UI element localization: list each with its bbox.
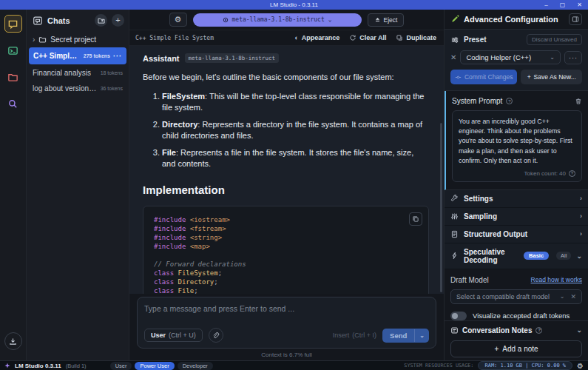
appearance-button[interactable]: ◐ Appearance <box>294 34 339 41</box>
model-selector[interactable]: meta-llama-3.1-8b-instruct ⌄ <box>193 13 362 27</box>
list-item: File: Represents a file in the file syst… <box>162 147 429 170</box>
code-line: #include <map> <box>154 242 418 251</box>
help-icon[interactable]: ? <box>506 98 513 104</box>
clear-selection-icon[interactable]: ✕ <box>570 293 576 300</box>
conversation-notes-label: Conversation Notes <box>462 326 532 334</box>
chat-item-label: C++ Simple File System <box>33 52 81 60</box>
discard-unsaved-button[interactable]: Discard Unsaved <box>527 34 582 45</box>
settings-gear-icon[interactable]: ⚙ <box>577 362 584 370</box>
code-line: class FileSystem; <box>154 269 418 278</box>
clear-all-icon <box>349 34 356 41</box>
plus-icon: + <box>527 73 531 81</box>
chat-item-label: Financial analysis <box>33 69 91 77</box>
code-line <box>154 251 418 260</box>
assistant-role-label: Assistant <box>143 54 180 63</box>
chat-message-area: Assistant meta-llama-3.1-8b-instruct Bef… <box>129 46 444 294</box>
developer-terminal-icon[interactable] <box>4 41 22 59</box>
section-speculative-decoding[interactable]: Speculative Decoding Basic All ⌄ <box>445 243 588 269</box>
chevron-down-icon: ⌄ <box>550 54 555 61</box>
code-line: #include <string> <box>154 233 418 242</box>
wrench-icon <box>450 195 459 203</box>
models-folder-icon[interactable] <box>4 68 22 86</box>
attach-file-button[interactable] <box>209 328 223 343</box>
send-button[interactable]: Send ⌄ <box>382 329 429 343</box>
section-settings[interactable]: Settings › <box>445 190 588 208</box>
chevron-down-icon[interactable]: ⌄ <box>576 326 582 334</box>
document-icon <box>450 230 459 238</box>
basic-mode-pill[interactable]: Basic <box>524 252 549 260</box>
lm-studio-window: LM Studio - 0.3.11 – ▢ ✕ <box>0 0 588 370</box>
component-list: FileSystem: This will be the top-level c… <box>162 91 429 169</box>
draft-model-label: Draft Model <box>450 276 489 284</box>
maximize-icon[interactable]: ▢ <box>560 2 566 8</box>
help-icon[interactable]: ? <box>535 327 542 334</box>
role-user-button[interactable]: User(Ctrl + U) <box>144 329 203 342</box>
mode-developer-button[interactable]: Developer <box>178 362 213 370</box>
new-chat-button[interactable]: + <box>112 14 124 27</box>
system-prompt-editor[interactable]: You are an incredibly good C++ engineer.… <box>452 110 582 182</box>
resources-usage-value[interactable]: RAM: 1.10 GB | CPU: 0.00 % <box>478 361 572 370</box>
config-panel-title: Advanced Configuration <box>464 15 558 24</box>
system-prompt-text: You are an incredibly good C++ engineer.… <box>459 117 575 166</box>
new-folder-button[interactable] <box>95 14 107 27</box>
preset-knobs-icon <box>450 36 459 44</box>
message-paragraph: Before we begin, let's outline the basic… <box>143 72 429 84</box>
eject-model-button[interactable]: Eject <box>368 13 405 27</box>
save-as-new-button[interactable]: + Save As New... <box>521 70 582 84</box>
send-options-chevron-icon[interactable]: ⌄ <box>414 329 429 342</box>
mode-user-button[interactable]: User <box>110 362 132 370</box>
titlebar: LM Studio - 0.3.11 – ▢ ✕ <box>0 0 588 10</box>
chevron-down-icon: ⌄ <box>560 293 565 300</box>
appearance-icon: ◐ <box>294 34 298 41</box>
code-line: #include <iostream> <box>154 215 418 224</box>
chats-panel-icon <box>33 16 43 26</box>
system-prompt-label: System Prompt <box>452 97 502 105</box>
read-how-it-works-link[interactable]: Read how it works <box>531 276 582 283</box>
status-bar: LM Studio 0.3.11 (Build 1) User Power Us… <box>0 360 588 370</box>
folder-secret-project[interactable]: › Secret project <box>27 33 129 47</box>
search-icon[interactable] <box>4 95 22 112</box>
section-structured-output[interactable]: Structured Output › <box>445 226 588 243</box>
chat-list-item[interactable]: Financial analysis 18 tokens <box>27 65 129 81</box>
all-mode-pill[interactable]: All <box>556 252 571 260</box>
chat-item-tokens: 36 tokens <box>101 86 123 91</box>
folder-label: Secret project <box>50 36 96 44</box>
preset-select[interactable]: Coding Helper (C++) ⌄ <box>460 50 561 64</box>
insert-button[interactable]: Insert(Ctrl + I) <box>333 332 376 339</box>
trash-icon[interactable] <box>575 98 582 105</box>
model-settings-gear-button[interactable]: ⚙ <box>169 13 187 27</box>
speculative-decoding-icon <box>450 252 459 260</box>
section-sampling[interactable]: Sampling › <box>445 208 588 226</box>
commit-changes-button[interactable]: Commit Changes <box>450 70 517 84</box>
code-line: class File; <box>154 286 418 294</box>
code-line: class Directory; <box>154 278 418 286</box>
minimize-icon[interactable]: – <box>544 2 547 8</box>
downloads-icon[interactable] <box>4 332 22 350</box>
clear-all-button[interactable]: Clear All <box>349 34 386 41</box>
close-icon[interactable]: ✕ <box>577 2 582 8</box>
visualize-tokens-toggle[interactable] <box>450 312 467 320</box>
preset-more-button[interactable]: ··· <box>564 51 582 64</box>
chat-list-item[interactable]: log about version of ... 36 tokens <box>27 81 129 96</box>
chats-panel: Chats + › Secret project C++ Simple File… <box>27 10 129 360</box>
note-icon <box>450 326 459 334</box>
add-note-button[interactable]: + Add a note <box>450 340 582 357</box>
chat-bubble-icon[interactable] <box>4 15 22 33</box>
chat-scrollbar[interactable] <box>440 123 442 292</box>
duplicate-button[interactable]: Duplicate <box>396 34 436 41</box>
message-model-badge: meta-llama-3.1-8b-instruct <box>185 53 279 63</box>
draft-model-select[interactable]: Select a compatible draft model ⌄ ✕ <box>450 289 582 304</box>
chat-item-menu-icon[interactable]: ··· <box>113 53 122 60</box>
message-input[interactable]: Type a message and press Enter to send .… <box>144 304 429 313</box>
clear-preset-icon[interactable]: ✕ <box>450 53 456 61</box>
help-icon[interactable]: ? <box>569 170 575 177</box>
resources-usage-label: SYSTEM RESOURCES USAGE: <box>404 363 473 369</box>
chevron-right-icon: › <box>580 195 582 202</box>
chat-list-item-selected[interactable]: C++ Simple File System 275 tokens ··· <box>29 47 126 64</box>
duplicate-icon <box>396 34 403 41</box>
build-label: (Build 1) <box>66 363 87 369</box>
collapse-panel-button[interactable] <box>569 13 582 25</box>
mode-power-user-button[interactable]: Power User <box>135 362 174 370</box>
copy-code-button[interactable] <box>409 212 422 226</box>
chevron-down-icon: ⌄ <box>576 252 582 260</box>
